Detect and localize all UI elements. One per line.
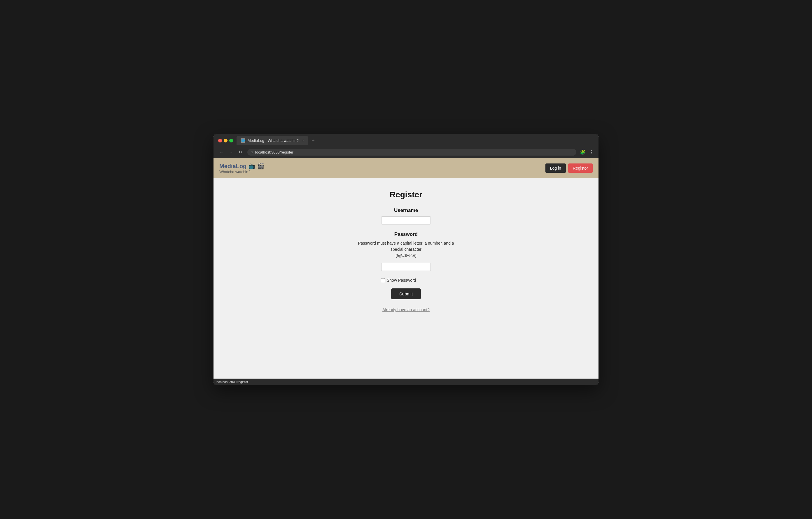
- tab-close-button[interactable]: ×: [302, 139, 304, 142]
- password-hint-line2: (!@#$%^&): [396, 253, 416, 258]
- page-title: Register: [390, 190, 422, 199]
- username-input[interactable]: [381, 216, 431, 224]
- status-bar: localhost:3000/register: [213, 379, 599, 385]
- title-bar: 🌐 MediaLog - Whatcha watchin? × +: [213, 134, 599, 147]
- show-password-row: Show Password: [381, 278, 416, 282]
- tab-bar: 🌐 MediaLog - Whatcha watchin? × +: [236, 136, 594, 145]
- register-form: Username Password Password must have a c…: [356, 208, 456, 312]
- traffic-lights: [218, 139, 233, 142]
- minimize-window-button[interactable]: [224, 139, 228, 142]
- nav-buttons: ← → ↻: [218, 148, 244, 156]
- refresh-button[interactable]: ↻: [237, 148, 244, 156]
- login-button[interactable]: Log in: [545, 163, 566, 173]
- active-tab[interactable]: 🌐 MediaLog - Whatcha watchin? ×: [236, 136, 308, 145]
- page-content: Register Username Password Password must…: [213, 179, 599, 379]
- maximize-window-button[interactable]: [229, 139, 233, 142]
- password-hint: Password must have a capital letter, a n…: [356, 240, 456, 258]
- brand: MediaLog 📺 🎬 Whatcha watchin?: [219, 163, 264, 174]
- browser-actions: 🧩 ⋮: [580, 149, 594, 155]
- address-bar: ← → ↻ ℹ localhost:3000/register 🧩 ⋮: [213, 147, 599, 158]
- close-window-button[interactable]: [218, 139, 222, 142]
- username-label: Username: [394, 208, 418, 213]
- nav-actions: Log in Registor: [545, 163, 593, 173]
- show-password-label: Show Password: [387, 278, 416, 282]
- password-label: Password: [394, 231, 418, 237]
- extensions-button[interactable]: 🧩: [580, 149, 586, 155]
- app-container: MediaLog 📺 🎬 Whatcha watchin? Log in Reg…: [213, 158, 599, 379]
- url-text: localhost:3000/register: [255, 150, 293, 155]
- new-tab-button[interactable]: +: [310, 137, 316, 144]
- status-url: localhost:3000/register: [216, 380, 248, 384]
- register-button[interactable]: Registor: [568, 163, 593, 173]
- security-icon: ℹ: [252, 150, 253, 154]
- nav-bar: MediaLog 📺 🎬 Whatcha watchin? Log in Reg…: [213, 158, 599, 179]
- back-button[interactable]: ←: [218, 148, 225, 156]
- password-hint-line1: Password must have a capital letter, a n…: [358, 241, 454, 252]
- show-password-checkbox[interactable]: [381, 278, 385, 282]
- tab-favicon: 🌐: [241, 138, 245, 143]
- brand-title: MediaLog 📺 🎬: [219, 163, 264, 170]
- already-account-link[interactable]: Already have an account?: [382, 307, 430, 312]
- url-bar[interactable]: ℹ localhost:3000/register: [247, 149, 576, 156]
- brand-subtitle: Whatcha watchin?: [219, 170, 264, 174]
- submit-button[interactable]: Submit: [391, 289, 421, 299]
- tab-title: MediaLog - Whatcha watchin?: [248, 138, 299, 143]
- forward-button[interactable]: →: [228, 148, 234, 156]
- menu-button[interactable]: ⋮: [589, 149, 594, 155]
- password-input[interactable]: [381, 263, 431, 271]
